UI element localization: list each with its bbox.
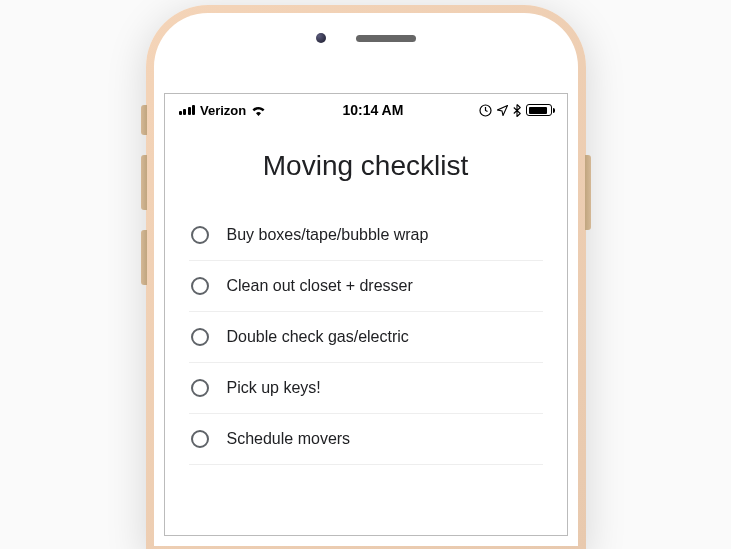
checkbox-icon[interactable] xyxy=(191,430,209,448)
front-camera-icon xyxy=(316,33,326,43)
cell-signal-icon xyxy=(179,105,196,115)
phone-side-button-right xyxy=(585,155,591,230)
checklist-item-label: Pick up keys! xyxy=(227,379,321,397)
checklist-item-label: Buy boxes/tape/bubble wrap xyxy=(227,226,429,244)
checklist-item[interactable]: Buy boxes/tape/bubble wrap xyxy=(189,210,543,261)
phone-hardware xyxy=(154,33,578,43)
checkbox-icon[interactable] xyxy=(191,328,209,346)
checklist-item-label: Clean out closet + dresser xyxy=(227,277,413,295)
location-icon xyxy=(497,105,508,116)
phone-inner-bezel: Verizon 10:14 AM xyxy=(154,13,578,546)
battery-icon xyxy=(526,104,552,116)
speaker-slot-icon xyxy=(356,35,416,42)
status-right xyxy=(479,104,552,117)
status-time: 10:14 AM xyxy=(342,102,403,118)
checklist-item[interactable]: Clean out closet + dresser xyxy=(189,261,543,312)
checklist: Buy boxes/tape/bubble wrap Clean out clo… xyxy=(189,210,543,465)
checkbox-icon[interactable] xyxy=(191,277,209,295)
checklist-item[interactable]: Schedule movers xyxy=(189,414,543,465)
content-area: Moving checklist Buy boxes/tape/bubble w… xyxy=(165,122,567,465)
phone-screen: Verizon 10:14 AM xyxy=(164,93,568,536)
phone-frame: Verizon 10:14 AM xyxy=(146,5,586,549)
checklist-item-label: Schedule movers xyxy=(227,430,351,448)
bluetooth-icon xyxy=(513,104,521,117)
wifi-icon xyxy=(251,105,266,116)
checkbox-icon[interactable] xyxy=(191,379,209,397)
rotation-lock-icon xyxy=(479,104,492,117)
phone-side-buttons-left xyxy=(141,105,147,305)
status-bar: Verizon 10:14 AM xyxy=(165,94,567,122)
checklist-item[interactable]: Double check gas/electric xyxy=(189,312,543,363)
checkbox-icon[interactable] xyxy=(191,226,209,244)
status-left: Verizon xyxy=(179,103,267,118)
checklist-item[interactable]: Pick up keys! xyxy=(189,363,543,414)
carrier-label: Verizon xyxy=(200,103,246,118)
page-title: Moving checklist xyxy=(189,150,543,182)
checklist-item-label: Double check gas/electric xyxy=(227,328,409,346)
